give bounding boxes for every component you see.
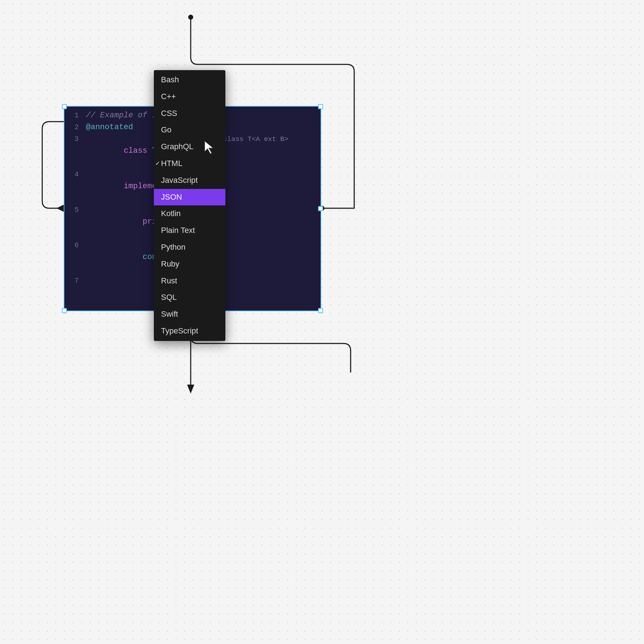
language-dropdown: Bash C++ CSS Go GraphQL ✓ HTML JavaScrip… [154, 70, 225, 341]
menu-item-label: TypeScript [161, 326, 198, 337]
menu-item-label: Python [161, 242, 186, 253]
menu-item-swift[interactable]: Swift [154, 306, 225, 323]
menu-item-label: Swift [161, 309, 178, 320]
menu-item-python[interactable]: Python [154, 239, 225, 256]
menu-item-label: JavaScript [161, 175, 198, 186]
handle-tr[interactable] [318, 104, 323, 109]
menu-item-sql[interactable]: SQL [154, 289, 225, 306]
handle-bl[interactable] [62, 308, 67, 313]
menu-item-typescript[interactable]: TypeScript [154, 323, 225, 340]
menu-item-go[interactable]: Go [154, 122, 225, 138]
menu-item-graphql[interactable]: GraphQL [154, 138, 225, 155]
menu-item-label: GraphQL [161, 141, 194, 152]
menu-item-label: SQL [161, 292, 177, 303]
menu-item-label: Bash [161, 74, 179, 86]
menu-item-label: C++ [161, 91, 176, 102]
handle-mr[interactable] [318, 206, 323, 211]
menu-item-plaintext[interactable]: Plain Text [154, 222, 225, 239]
menu-item-css[interactable]: CSS [154, 105, 225, 122]
menu-item-label: Rust [161, 275, 177, 287]
menu-item-json[interactable]: JSON [154, 189, 225, 206]
menu-item-kotlin[interactable]: Kotlin [154, 205, 225, 222]
menu-item-label: JSON [161, 192, 182, 203]
menu-item-javascript[interactable]: JavaScript [154, 172, 225, 189]
svg-point-0 [188, 15, 193, 20]
menu-item-label: Plain Text [161, 225, 195, 236]
menu-item-label: CSS [161, 108, 177, 119]
svg-marker-4 [187, 385, 194, 394]
menu-item-label: Go [161, 125, 171, 136]
handle-br[interactable] [318, 308, 323, 313]
menu-item-cpp[interactable]: C++ [154, 88, 225, 105]
svg-marker-1 [57, 205, 64, 212]
menu-item-rust[interactable]: Rust [154, 273, 225, 289]
handle-tl[interactable] [62, 104, 67, 109]
menu-item-label: HTML [161, 158, 182, 169]
menu-item-bash[interactable]: Bash [154, 72, 225, 88]
menu-item-label: Ruby [161, 259, 179, 270]
check-icon: ✓ [155, 160, 160, 167]
menu-item-ruby[interactable]: Ruby [154, 256, 225, 273]
menu-item-label: Kotlin [161, 208, 181, 219]
menu-item-html[interactable]: ✓ HTML [154, 155, 225, 172]
